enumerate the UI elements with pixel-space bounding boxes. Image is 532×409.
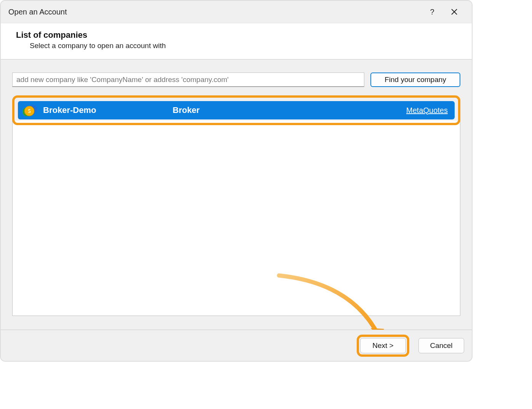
find-company-button[interactable]: Find your company xyxy=(370,72,460,87)
close-icon xyxy=(451,8,458,15)
help-icon: ? xyxy=(430,8,434,16)
dialog-title: Open an Account xyxy=(8,8,420,16)
next-button[interactable]: Next > xyxy=(360,338,406,353)
search-row: Find your company xyxy=(12,72,460,87)
company-row[interactable]: 5 Broker-Demo Broker MetaQuotes xyxy=(18,101,455,119)
svg-text:5: 5 xyxy=(28,108,31,114)
company-search-input[interactable] xyxy=(12,72,364,87)
dialog-footer: Next > Cancel xyxy=(1,330,472,361)
dialog-body: Find your company 5 B xyxy=(1,60,472,320)
annotation-next-highlight: Next > xyxy=(357,335,409,357)
company-list: 5 Broker-Demo Broker MetaQuotes xyxy=(12,95,460,316)
company-row-name: Broker-Demo xyxy=(43,105,173,115)
company-list-panel xyxy=(12,121,460,316)
metaquotes-icon: 5 xyxy=(21,102,38,119)
company-row-company: Broker xyxy=(173,105,406,115)
company-row-link[interactable]: MetaQuotes xyxy=(406,106,448,115)
annotation-row-highlight: 5 Broker-Demo Broker MetaQuotes xyxy=(12,95,460,125)
titlebar: Open an Account ? xyxy=(1,1,472,23)
cancel-button[interactable]: Cancel xyxy=(418,338,464,353)
header-heading: List of companies xyxy=(16,30,457,40)
dialog-header: List of companies Select a company to op… xyxy=(1,23,472,60)
open-account-dialog: Open an Account ? List of companies Sele… xyxy=(0,0,473,362)
help-button[interactable]: ? xyxy=(422,4,442,19)
close-button[interactable] xyxy=(444,4,464,19)
header-subheading: Select a company to open an account with xyxy=(30,42,457,50)
